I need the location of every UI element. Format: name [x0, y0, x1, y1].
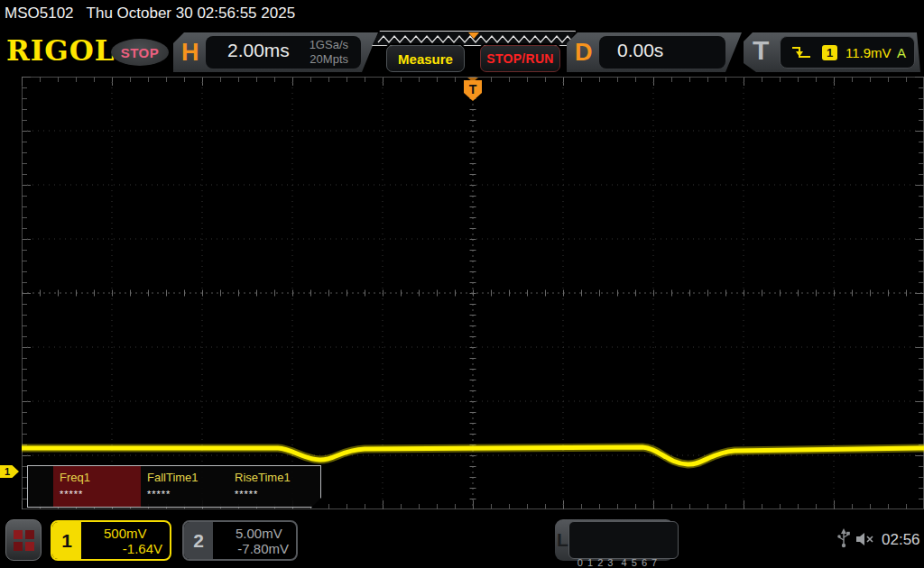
channel1-scale: 500mV	[104, 526, 147, 541]
acquisition-info: 1GSa/s 20Mpts	[310, 38, 348, 66]
channel2-info: 5.00mV -7.80mV	[213, 522, 296, 559]
timebase-value: 2.00ms	[227, 40, 290, 61]
horizontal-menu[interactable]: H 2.00ms 1GSa/s 20Mpts	[173, 32, 378, 72]
trigger-inner: 1 11.9mV A	[780, 36, 915, 69]
channel1-block[interactable]: 1 500mV -1.64V	[51, 520, 171, 561]
measurement-value: *****	[235, 489, 316, 499]
channel2-scale: 5.00mV	[236, 526, 282, 541]
memory-position-marker[interactable]	[468, 32, 479, 39]
delay-label: D	[575, 32, 593, 72]
measurement-value: *****	[147, 489, 228, 499]
main-menu-button[interactable]	[5, 519, 42, 561]
horizontal-inner: 2.00ms 1GSa/s 20Mpts	[206, 36, 361, 69]
status-clock: 02:56	[882, 531, 920, 549]
measurement-label: FallTime1	[147, 471, 228, 484]
channel1-position-marker[interactable]: 1	[0, 465, 19, 478]
logic-row-1: 0 1 2 3 4 5 6 7	[578, 555, 678, 568]
trigger-level-value: 11.9mV	[845, 45, 892, 60]
measurement-panel: Freq1 ***** FallTime1 ***** RiseTime1 **…	[27, 465, 321, 508]
measurement-falltime1[interactable]: FallTime1 *****	[141, 466, 228, 507]
trigger-slope-falling-icon	[791, 45, 811, 60]
menu-grid-icon	[14, 530, 34, 551]
sound-muted-icon	[855, 532, 875, 546]
rigol-logo: RIGOL	[6, 34, 116, 67]
trigger-label: T	[753, 31, 769, 70]
run-state-label: STOP	[121, 45, 160, 60]
run-state-indicator[interactable]: STOP	[111, 39, 169, 66]
usb-icon	[836, 528, 851, 548]
trigger-position-marker[interactable]: T	[464, 78, 482, 101]
trigger-menu[interactable]: T 1 11.9mV A	[744, 32, 920, 72]
delay-menu[interactable]: D 0.00s	[567, 32, 742, 72]
memory-depth: 20Mpts	[310, 52, 348, 67]
stop-run-button[interactable]: STOP/RUN	[480, 45, 560, 72]
channel1-info: 500mV -1.64V	[81, 522, 170, 559]
measurement-freq1[interactable]: Freq1 *****	[53, 466, 141, 507]
channel2-offset: -7.80mV	[218, 541, 289, 556]
trigger-marker-letter: T	[469, 82, 477, 96]
trigger-source-badge: 1	[822, 45, 837, 60]
channel1-offset: -1.64V	[87, 541, 162, 556]
stop-run-button-label: STOP/RUN	[486, 51, 554, 66]
measurement-risetime1[interactable]: RiseTime1 *****	[228, 466, 316, 507]
model-name: MSO5102	[5, 5, 74, 23]
channel2-number: 2	[184, 522, 213, 559]
measurement-value: *****	[60, 489, 141, 499]
measurement-label: Freq1	[60, 471, 141, 484]
channel2-block[interactable]: 2 5.00mV -7.80mV	[182, 520, 298, 561]
channel1-number: 1	[52, 522, 81, 559]
waveform-memory-bar[interactable]	[372, 31, 576, 46]
measure-button[interactable]: Measure	[386, 45, 465, 72]
trigger-mode: A	[897, 45, 906, 60]
measurement-label: RiseTime1	[235, 471, 316, 484]
logic-channels-block[interactable]: L 0 1 2 3 4 5 6 7 8 9 1011 12131415	[555, 519, 674, 561]
measure-button-label: Measure	[398, 51, 453, 67]
titlebar: MSO5102 Thu October 30 02:56:55 2025	[0, 0, 924, 27]
delay-inner: 0.00s	[599, 36, 725, 69]
oscilloscope-screen: MSO5102 Thu October 30 02:56:55 2025 RIG…	[0, 0, 924, 568]
sample-rate: 1GSa/s	[310, 38, 348, 52]
delay-value: 0.00s	[617, 40, 663, 61]
logic-channel-list: 0 1 2 3 4 5 6 7 8 9 1011 12131415	[568, 521, 679, 559]
horizontal-label: H	[181, 32, 199, 72]
system-datetime: Thu October 30 02:56:55 2025	[87, 5, 296, 23]
logic-label: L	[557, 521, 568, 559]
graticule: T	[22, 77, 924, 509]
